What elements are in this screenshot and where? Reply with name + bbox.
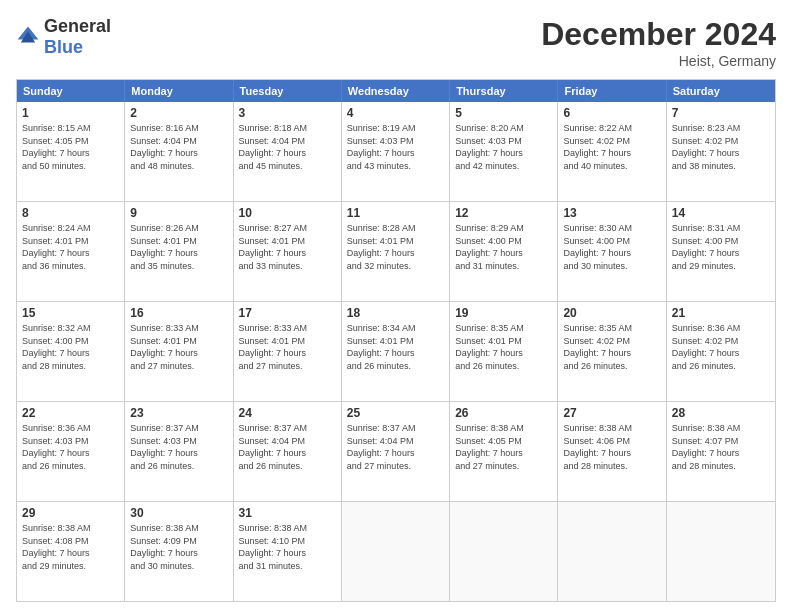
- calendar-cell-1-0: 8 Sunrise: 8:24 AMSunset: 4:01 PMDayligh…: [17, 202, 125, 301]
- calendar-cell-2-1: 16 Sunrise: 8:33 AMSunset: 4:01 PMDaylig…: [125, 302, 233, 401]
- cell-info-3-4: Sunrise: 8:38 AMSunset: 4:05 PMDaylight:…: [455, 422, 552, 472]
- calendar-cell-3-6: 28 Sunrise: 8:38 AMSunset: 4:07 PMDaylig…: [667, 402, 775, 501]
- cell-info-2-2: Sunrise: 8:33 AMSunset: 4:01 PMDaylight:…: [239, 322, 336, 372]
- cell-info-4-1: Sunrise: 8:38 AMSunset: 4:09 PMDaylight:…: [130, 522, 227, 572]
- calendar-cell-0-3: 4 Sunrise: 8:19 AMSunset: 4:03 PMDayligh…: [342, 102, 450, 201]
- cell-day-3-4: 26: [455, 406, 552, 420]
- cell-day-1-2: 10: [239, 206, 336, 220]
- cell-info-0-5: Sunrise: 8:22 AMSunset: 4:02 PMDaylight:…: [563, 122, 660, 172]
- calendar-row-1: 8 Sunrise: 8:24 AMSunset: 4:01 PMDayligh…: [17, 201, 775, 301]
- calendar-cell-0-1: 2 Sunrise: 8:16 AMSunset: 4:04 PMDayligh…: [125, 102, 233, 201]
- cell-info-2-1: Sunrise: 8:33 AMSunset: 4:01 PMDaylight:…: [130, 322, 227, 372]
- cell-day-1-1: 9: [130, 206, 227, 220]
- cell-info-1-2: Sunrise: 8:27 AMSunset: 4:01 PMDaylight:…: [239, 222, 336, 272]
- cell-info-2-3: Sunrise: 8:34 AMSunset: 4:01 PMDaylight:…: [347, 322, 444, 372]
- cell-info-0-0: Sunrise: 8:15 AMSunset: 4:05 PMDaylight:…: [22, 122, 119, 172]
- calendar-cell-2-3: 18 Sunrise: 8:34 AMSunset: 4:01 PMDaylig…: [342, 302, 450, 401]
- cell-day-2-1: 16: [130, 306, 227, 320]
- cell-day-0-4: 5: [455, 106, 552, 120]
- cell-day-3-6: 28: [672, 406, 770, 420]
- cell-info-0-4: Sunrise: 8:20 AMSunset: 4:03 PMDaylight:…: [455, 122, 552, 172]
- logo-general: General: [44, 16, 111, 36]
- cell-day-0-0: 1: [22, 106, 119, 120]
- page: General Blue December 2024 Heist, German…: [0, 0, 792, 612]
- cell-info-4-0: Sunrise: 8:38 AMSunset: 4:08 PMDaylight:…: [22, 522, 119, 572]
- cell-day-2-3: 18: [347, 306, 444, 320]
- calendar-cell-3-1: 23 Sunrise: 8:37 AMSunset: 4:03 PMDaylig…: [125, 402, 233, 501]
- calendar-cell-0-5: 6 Sunrise: 8:22 AMSunset: 4:02 PMDayligh…: [558, 102, 666, 201]
- cell-day-1-4: 12: [455, 206, 552, 220]
- location: Heist, Germany: [541, 53, 776, 69]
- cell-day-3-5: 27: [563, 406, 660, 420]
- cell-info-3-5: Sunrise: 8:38 AMSunset: 4:06 PMDaylight:…: [563, 422, 660, 472]
- calendar-cell-4-1: 30 Sunrise: 8:38 AMSunset: 4:09 PMDaylig…: [125, 502, 233, 601]
- calendar-cell-1-6: 14 Sunrise: 8:31 AMSunset: 4:00 PMDaylig…: [667, 202, 775, 301]
- calendar-cell-2-2: 17 Sunrise: 8:33 AMSunset: 4:01 PMDaylig…: [234, 302, 342, 401]
- calendar-cell-2-0: 15 Sunrise: 8:32 AMSunset: 4:00 PMDaylig…: [17, 302, 125, 401]
- cell-info-2-0: Sunrise: 8:32 AMSunset: 4:00 PMDaylight:…: [22, 322, 119, 372]
- calendar-cell-4-5: [558, 502, 666, 601]
- cell-day-4-1: 30: [130, 506, 227, 520]
- cell-info-3-2: Sunrise: 8:37 AMSunset: 4:04 PMDaylight:…: [239, 422, 336, 472]
- cell-day-3-1: 23: [130, 406, 227, 420]
- calendar-cell-2-5: 20 Sunrise: 8:35 AMSunset: 4:02 PMDaylig…: [558, 302, 666, 401]
- cell-info-0-2: Sunrise: 8:18 AMSunset: 4:04 PMDaylight:…: [239, 122, 336, 172]
- calendar-row-0: 1 Sunrise: 8:15 AMSunset: 4:05 PMDayligh…: [17, 102, 775, 201]
- calendar-cell-3-3: 25 Sunrise: 8:37 AMSunset: 4:04 PMDaylig…: [342, 402, 450, 501]
- calendar-cell-1-3: 11 Sunrise: 8:28 AMSunset: 4:01 PMDaylig…: [342, 202, 450, 301]
- calendar-cell-4-0: 29 Sunrise: 8:38 AMSunset: 4:08 PMDaylig…: [17, 502, 125, 601]
- calendar-cell-0-0: 1 Sunrise: 8:15 AMSunset: 4:05 PMDayligh…: [17, 102, 125, 201]
- cell-info-3-3: Sunrise: 8:37 AMSunset: 4:04 PMDaylight:…: [347, 422, 444, 472]
- cell-info-1-5: Sunrise: 8:30 AMSunset: 4:00 PMDaylight:…: [563, 222, 660, 272]
- cell-info-1-4: Sunrise: 8:29 AMSunset: 4:00 PMDaylight:…: [455, 222, 552, 272]
- cell-day-2-6: 21: [672, 306, 770, 320]
- calendar-header: Sunday Monday Tuesday Wednesday Thursday…: [17, 80, 775, 102]
- calendar-body: 1 Sunrise: 8:15 AMSunset: 4:05 PMDayligh…: [17, 102, 775, 601]
- cell-info-0-6: Sunrise: 8:23 AMSunset: 4:02 PMDaylight:…: [672, 122, 770, 172]
- cell-day-1-3: 11: [347, 206, 444, 220]
- cell-info-4-2: Sunrise: 8:38 AMSunset: 4:10 PMDaylight:…: [239, 522, 336, 572]
- calendar-cell-3-5: 27 Sunrise: 8:38 AMSunset: 4:06 PMDaylig…: [558, 402, 666, 501]
- cell-day-2-0: 15: [22, 306, 119, 320]
- calendar-cell-1-2: 10 Sunrise: 8:27 AMSunset: 4:01 PMDaylig…: [234, 202, 342, 301]
- header-wednesday: Wednesday: [342, 80, 450, 102]
- cell-day-1-5: 13: [563, 206, 660, 220]
- header-saturday: Saturday: [667, 80, 775, 102]
- calendar-cell-4-4: [450, 502, 558, 601]
- calendar-cell-2-4: 19 Sunrise: 8:35 AMSunset: 4:01 PMDaylig…: [450, 302, 558, 401]
- cell-day-0-6: 7: [672, 106, 770, 120]
- title-block: December 2024 Heist, Germany: [541, 16, 776, 69]
- calendar-cell-3-4: 26 Sunrise: 8:38 AMSunset: 4:05 PMDaylig…: [450, 402, 558, 501]
- calendar: Sunday Monday Tuesday Wednesday Thursday…: [16, 79, 776, 602]
- cell-info-1-0: Sunrise: 8:24 AMSunset: 4:01 PMDaylight:…: [22, 222, 119, 272]
- calendar-cell-4-6: [667, 502, 775, 601]
- calendar-cell-4-2: 31 Sunrise: 8:38 AMSunset: 4:10 PMDaylig…: [234, 502, 342, 601]
- header-thursday: Thursday: [450, 80, 558, 102]
- cell-info-3-1: Sunrise: 8:37 AMSunset: 4:03 PMDaylight:…: [130, 422, 227, 472]
- cell-info-0-1: Sunrise: 8:16 AMSunset: 4:04 PMDaylight:…: [130, 122, 227, 172]
- logo-blue: Blue: [44, 37, 83, 57]
- calendar-cell-1-4: 12 Sunrise: 8:29 AMSunset: 4:00 PMDaylig…: [450, 202, 558, 301]
- cell-day-3-2: 24: [239, 406, 336, 420]
- cell-info-3-6: Sunrise: 8:38 AMSunset: 4:07 PMDaylight:…: [672, 422, 770, 472]
- header-friday: Friday: [558, 80, 666, 102]
- calendar-cell-3-0: 22 Sunrise: 8:36 AMSunset: 4:03 PMDaylig…: [17, 402, 125, 501]
- calendar-row-3: 22 Sunrise: 8:36 AMSunset: 4:03 PMDaylig…: [17, 401, 775, 501]
- header: General Blue December 2024 Heist, German…: [16, 16, 776, 69]
- cell-day-1-0: 8: [22, 206, 119, 220]
- cell-day-2-4: 19: [455, 306, 552, 320]
- calendar-cell-3-2: 24 Sunrise: 8:37 AMSunset: 4:04 PMDaylig…: [234, 402, 342, 501]
- cell-day-2-5: 20: [563, 306, 660, 320]
- calendar-cell-2-6: 21 Sunrise: 8:36 AMSunset: 4:02 PMDaylig…: [667, 302, 775, 401]
- cell-info-1-6: Sunrise: 8:31 AMSunset: 4:00 PMDaylight:…: [672, 222, 770, 272]
- cell-info-2-4: Sunrise: 8:35 AMSunset: 4:01 PMDaylight:…: [455, 322, 552, 372]
- cell-info-0-3: Sunrise: 8:19 AMSunset: 4:03 PMDaylight:…: [347, 122, 444, 172]
- cell-day-3-0: 22: [22, 406, 119, 420]
- cell-day-4-2: 31: [239, 506, 336, 520]
- header-sunday: Sunday: [17, 80, 125, 102]
- cell-info-1-3: Sunrise: 8:28 AMSunset: 4:01 PMDaylight:…: [347, 222, 444, 272]
- cell-info-1-1: Sunrise: 8:26 AMSunset: 4:01 PMDaylight:…: [130, 222, 227, 272]
- cell-day-0-3: 4: [347, 106, 444, 120]
- logo-text: General Blue: [44, 16, 111, 58]
- cell-day-4-0: 29: [22, 506, 119, 520]
